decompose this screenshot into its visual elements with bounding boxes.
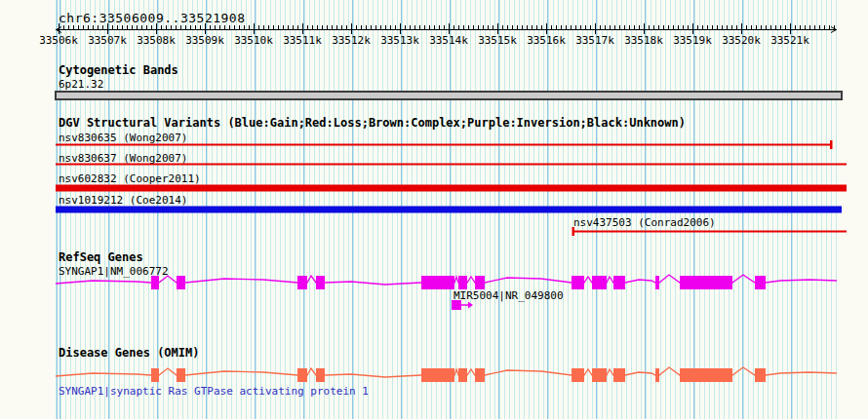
- section-title-refseq-genes: RefSeq Genes: [59, 251, 143, 264]
- omim-gene-exon[interactable]: [475, 368, 485, 382]
- ruler-tick-label: 33511k: [283, 34, 322, 47]
- section-title-disease-genes-omim: Disease Genes (OMIM): [59, 347, 200, 360]
- section-title-dgv-variants: DGV Structural Variants (Blue:Gain;Red:L…: [59, 117, 686, 130]
- ruler-tick-label: 33513k: [380, 34, 419, 47]
- refseq-gene-exon[interactable]: [613, 276, 625, 289]
- refseq-gene-label[interactable]: SYNGAP1|NM_006772: [59, 265, 169, 278]
- ruler-tick-label: 33515k: [478, 34, 517, 47]
- refseq-gene-exon[interactable]: [475, 276, 485, 289]
- variant-label-nsv830635[interactable]: nsv830635 (Wong2007): [59, 132, 187, 144]
- omim-gene-exon[interactable]: [592, 368, 607, 382]
- omim-gene-exon[interactable]: [297, 368, 307, 382]
- ruler-tick-label: 33507k: [88, 34, 127, 47]
- refseq-gene-exon[interactable]: [458, 276, 467, 289]
- refseq-gene-exon[interactable]: [755, 276, 766, 289]
- omim-gene-exon[interactable]: [151, 368, 159, 382]
- ruler-tick-label: 33516k: [527, 34, 566, 47]
- omim-gene-exon[interactable]: [316, 368, 325, 382]
- refseq-gene-exon[interactable]: [297, 276, 307, 289]
- ruler-tick-label: 33521k: [770, 34, 809, 47]
- refseq-gene-exon[interactable]: [177, 276, 185, 289]
- ruler-tick-label: 33506k: [39, 34, 78, 47]
- refseq-gene-exon[interactable]: [572, 276, 584, 289]
- variant-bar[interactable]: [56, 207, 842, 213]
- cytogenetic-band: [56, 92, 842, 99]
- omim-gene-exon[interactable]: [421, 368, 454, 382]
- variant-label-nsv830637[interactable]: nsv830637 (Wong2007): [59, 152, 187, 165]
- ruler-tick-label: 33519k: [673, 34, 712, 47]
- omim-gene-exon[interactable]: [755, 368, 766, 382]
- omim-gene-exon[interactable]: [177, 368, 185, 382]
- ruler-tick-label: 33518k: [624, 34, 663, 47]
- variant-endcap: [830, 140, 833, 149]
- omim-gene-exon[interactable]: [655, 368, 659, 382]
- ruler-tick-label: 33508k: [137, 34, 176, 47]
- ruler-tick-label: 33509k: [185, 34, 224, 47]
- omim-gene-exon[interactable]: [613, 368, 625, 382]
- omim-gene-exon[interactable]: [458, 368, 467, 382]
- ruler-tick-label: 33520k: [722, 34, 761, 47]
- refseq-gene-exon[interactable]: [421, 276, 454, 289]
- genome-browser-view: chr6:33506009..33521908 33506k33507k3350…: [0, 0, 868, 419]
- ruler-tick-label: 33512k: [332, 34, 371, 47]
- section-title-cytogenetic-bands: Cytogenetic Bands: [59, 64, 178, 77]
- variant-label-nsv437503[interactable]: nsv437503 (Conrad2006): [573, 216, 716, 229]
- omim-gene-exon[interactable]: [680, 368, 732, 382]
- omim-gene-exon[interactable]: [572, 368, 584, 382]
- refseq-gene-exon[interactable]: [316, 276, 325, 289]
- cytogenetic-band-label[interactable]: 6p21.32: [59, 78, 103, 91]
- refseq-gene-exon[interactable]: [680, 276, 732, 289]
- refseq-gene-exon[interactable]: [655, 276, 659, 289]
- region-label: chr6:33506009..33521908: [59, 12, 246, 24]
- variant-label-nsv1019212[interactable]: nsv1019212 (Coe2014): [59, 194, 187, 207]
- refseq-gene-exon[interactable]: [592, 276, 607, 289]
- mir-arrow-head-icon: [468, 302, 473, 309]
- ruler-tick-label: 33514k: [429, 34, 468, 47]
- refseq-gene-exon[interactable]: [151, 276, 159, 289]
- ruler-tick-label: 33510k: [234, 34, 273, 47]
- variant-bar[interactable]: [56, 185, 847, 192]
- variant-label-nsv602832[interactable]: nsv602832 (Cooper2011): [59, 172, 201, 185]
- ruler-tick-label: 33517k: [575, 34, 614, 47]
- mir-gene-label[interactable]: MIR5004|NR_049800: [454, 289, 564, 302]
- omim-gene-description[interactable]: SYNGAP1|synaptic Ras GTPase activating p…: [59, 385, 369, 398]
